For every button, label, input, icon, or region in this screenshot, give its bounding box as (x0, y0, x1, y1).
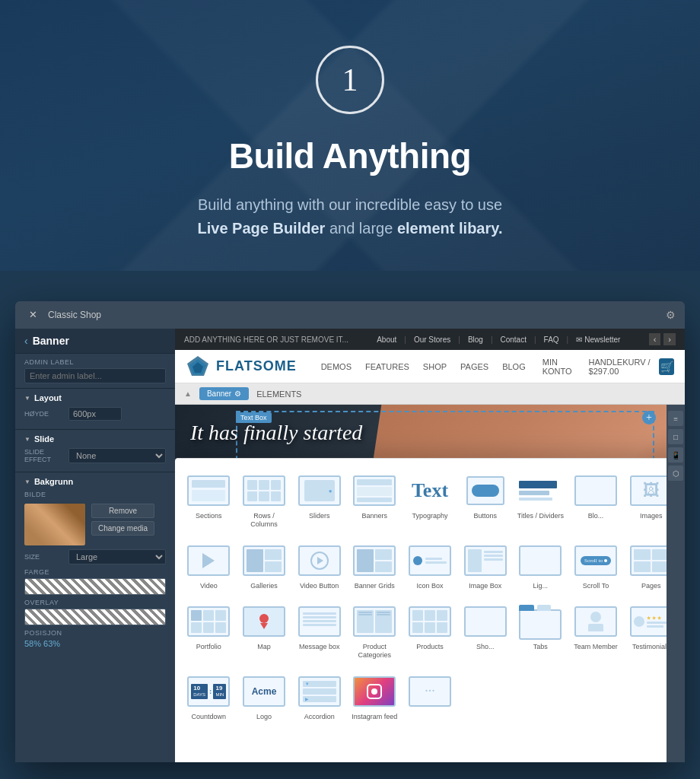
rt-btn-4[interactable]: ⬡ (668, 466, 683, 481)
sidebar-header: ‹ Banner (15, 329, 175, 354)
pages-label: Pages (641, 582, 661, 590)
nav-demos-item[interactable]: DEMOS (315, 359, 358, 374)
slide-effect-select[interactable]: None (68, 448, 166, 463)
element-products[interactable]: Products (402, 597, 458, 667)
browser-screenshot: ✕ Classic Shop ⚙ ‹ Banner ADMIN LABEL La… (15, 301, 685, 762)
nav-about[interactable]: About (377, 335, 396, 344)
image-box-icon (463, 544, 508, 577)
overlay-color-box[interactable] (24, 609, 166, 625)
remove-button[interactable]: Remove (91, 504, 154, 518)
galleries-label: Galleries (250, 582, 278, 590)
nav-blog-top[interactable]: Blog (468, 335, 483, 344)
element-typography[interactable]: Text Typography (402, 466, 458, 536)
team-member-icon (573, 605, 619, 638)
image-box-label: Image Box (469, 582, 501, 590)
products-label: Products (416, 643, 444, 651)
element-more[interactable]: ··· (402, 667, 458, 729)
element-sho[interactable]: Sho... (457, 597, 513, 667)
rt-btn-1[interactable]: ≡ (668, 411, 683, 426)
nav-newsletter[interactable]: ✉ Newsletter (576, 335, 620, 344)
back-nav-button[interactable]: ‹ (649, 333, 661, 345)
lig-label: Lig... (533, 582, 549, 590)
admin-label-input[interactable] (24, 368, 166, 383)
images-label: Images (640, 512, 663, 520)
tabs-icon (517, 605, 563, 638)
height-input[interactable] (68, 407, 122, 421)
height-row: HØYDE (24, 407, 166, 421)
gear-icon[interactable]: ⚙ (666, 309, 676, 322)
element-icon-box[interactable]: Icon Box (402, 536, 458, 598)
cart-icon: 🛒 (659, 358, 674, 375)
close-icon[interactable]: ✕ (24, 307, 42, 323)
wp-navbar: FLATSOME DEMOS FEATURES SHOP PAGES BLOG … (175, 350, 685, 383)
element-countdown[interactable]: 10DAYS : 19MIN Countdown (181, 667, 237, 729)
subtitle-bold1: Live Page Builder (198, 220, 326, 237)
team-member-label: Team Member (574, 643, 618, 651)
back-arrow[interactable]: ‹ (24, 335, 28, 347)
element-titles[interactable]: Titles / Dividers (513, 466, 568, 536)
element-image-box[interactable]: Image Box (457, 536, 513, 598)
nav-sep5: | (567, 335, 569, 344)
minkonto-link[interactable]: MIN KONTO (542, 358, 577, 376)
element-banner-grids[interactable]: Banner Grids (347, 536, 402, 598)
farge-color-box[interactable] (24, 578, 166, 595)
element-lig[interactable]: Lig... (513, 536, 568, 598)
element-video[interactable]: Video (181, 536, 237, 598)
tabs-label: Tabs (533, 643, 548, 651)
element-galleries[interactable]: Galleries (237, 536, 292, 598)
nav-contact[interactable]: Contact (501, 335, 527, 344)
element-banners[interactable]: Banners (347, 466, 402, 536)
element-team-member[interactable]: Team Member (568, 597, 624, 667)
products-icon (407, 605, 453, 638)
layout-title: Layout (24, 393, 166, 402)
banner-btn[interactable]: Banner ⚙ (199, 387, 249, 400)
element-rows[interactable]: Rows / Columns (237, 466, 292, 536)
element-scroll-to[interactable]: Scroll to Scroll To (568, 536, 624, 598)
nav-shop-item[interactable]: SHOP (417, 359, 453, 374)
image-row: Remove Change media (24, 504, 166, 545)
message-box-icon (297, 605, 342, 638)
buttons-icon (463, 474, 508, 507)
nav-blog-main-item[interactable]: BLOG (496, 359, 532, 374)
accordion-icon: ▼ ▶ (297, 675, 342, 708)
nav-stores[interactable]: Our Stores (414, 335, 450, 344)
nav-pages-item[interactable]: PAGES (454, 359, 495, 374)
element-tabs[interactable]: Tabs (513, 597, 568, 667)
element-video-button[interactable]: Video Button (291, 536, 347, 598)
element-logo[interactable]: Acme Logo (237, 667, 292, 729)
element-portfolio[interactable]: Portfolio (181, 597, 237, 667)
elements-tab[interactable]: ELEMENTS (256, 390, 301, 399)
wp-nav-right: MIN KONTO HANDLEKURV / $297.00 🛒 (542, 358, 674, 376)
step-number: 1 (342, 62, 358, 98)
add-element-button[interactable]: + (642, 411, 656, 424)
forward-nav-button[interactable]: › (663, 333, 676, 345)
element-blog[interactable]: Blo... (568, 466, 624, 536)
size-select[interactable]: Large (68, 549, 166, 564)
more-icon: ··· (407, 675, 453, 708)
element-accordion[interactable]: ▼ ▶ Accordion (291, 667, 347, 729)
rt-btn-3[interactable]: 📱 (668, 447, 683, 463)
element-instagram-feed[interactable]: Instagram feed (347, 667, 402, 729)
rows-icon (241, 474, 287, 507)
element-sliders[interactable]: Sliders (291, 466, 347, 536)
hero-subtitle: Build anything with our incredible easy … (30, 193, 670, 240)
bakgrunn-title: Bakgrunn (24, 477, 166, 486)
change-media-button[interactable]: Change media (91, 521, 154, 536)
logo-label: Logo (256, 713, 272, 721)
admin-label-field: ADMIN LABEL (15, 354, 175, 388)
admin-add-text: ADD ANYTHING HERE OR JUST REMOVE IT... (184, 335, 348, 344)
rt-btn-2[interactable]: □ (668, 429, 683, 444)
typography-label: Typography (412, 512, 447, 520)
element-sections[interactable]: Sections (181, 466, 237, 536)
sections-icon (186, 474, 231, 507)
cart-area[interactable]: HANDLEKURV / $297.00 🛒 (589, 358, 674, 376)
element-product-categories[interactable]: Product Categories (347, 597, 402, 667)
nav-features-item[interactable]: FEATURES (359, 359, 415, 374)
element-buttons[interactable]: Buttons (457, 466, 513, 536)
map-label: Map (257, 643, 271, 651)
nav-sep2: | (458, 335, 460, 344)
element-map[interactable]: Map (237, 597, 292, 667)
layout-section: Layout HØYDE (15, 388, 175, 429)
element-message-box[interactable]: Message box (291, 597, 347, 667)
nav-faq[interactable]: FAQ (544, 335, 559, 344)
